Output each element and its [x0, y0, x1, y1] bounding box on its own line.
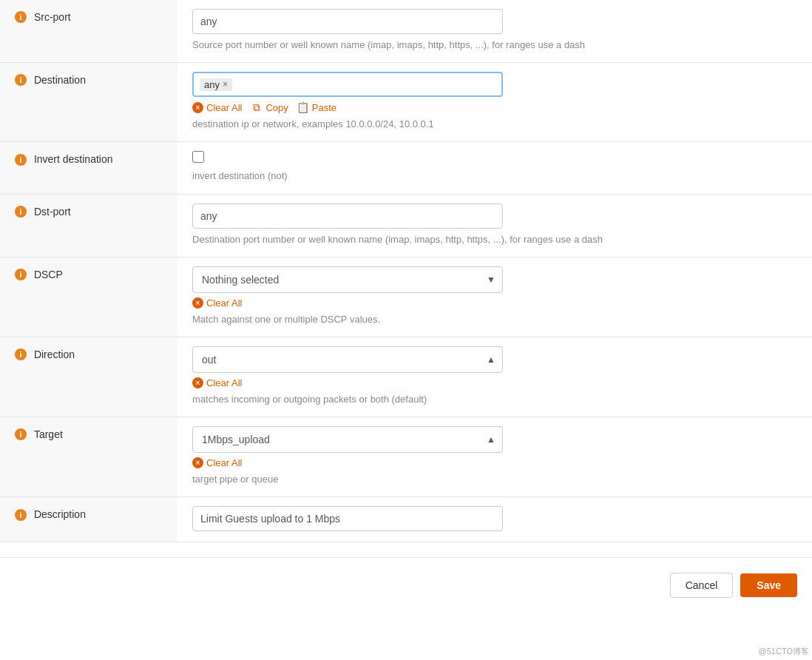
- dscp-content-cell: Nothing selected × Clear All Match again…: [177, 257, 812, 337]
- src-port-info-icon: i: [15, 11, 27, 23]
- target-row: i Target 1Mbps_upload × Clear All target…: [0, 417, 812, 497]
- invert-destination-label: Invert destination: [34, 154, 113, 166]
- direction-content-cell: out in both × Clear All matches incoming…: [177, 337, 812, 417]
- direction-actions: × Clear All: [192, 377, 797, 388]
- destination-tag-input[interactable]: any ×: [192, 72, 503, 97]
- description-content-cell: [177, 497, 812, 542]
- watermark: @51CTO博客: [759, 646, 809, 657]
- destination-copy-link[interactable]: ⧉ Copy: [251, 101, 288, 113]
- dst-port-info-icon: i: [15, 206, 27, 218]
- target-clear-all-link[interactable]: × Clear All: [192, 457, 242, 468]
- dscp-help: Match against one or multiple DSCP value…: [192, 313, 797, 326]
- direction-info-icon: i: [15, 348, 27, 360]
- description-label-cell: i Description: [0, 497, 177, 542]
- destination-row: i Destination any × × Clear All ⧉: [0, 63, 812, 142]
- dscp-actions: × Clear All: [192, 297, 797, 309]
- target-select[interactable]: 1Mbps_upload: [192, 426, 503, 453]
- destination-info-icon: i: [15, 74, 27, 86]
- target-help: target pipe or queue: [192, 473, 797, 486]
- destination-tag-value: any: [204, 79, 220, 90]
- dst-port-input[interactable]: [192, 203, 503, 229]
- target-label: Target: [34, 428, 63, 440]
- destination-actions: × Clear All ⧉ Copy 📋 Paste: [192, 101, 797, 113]
- direction-clear-all-link[interactable]: × Clear All: [192, 377, 242, 388]
- invert-destination-checkbox[interactable]: [192, 151, 204, 163]
- invert-destination-info-icon: i: [15, 154, 27, 166]
- src-port-content-cell: Source port number or well known name (i…: [177, 0, 812, 63]
- direction-select-container: out in both: [192, 346, 503, 373]
- dscp-select-container: Nothing selected: [192, 266, 503, 293]
- invert-destination-help: invert destination (not): [192, 169, 797, 183]
- dst-port-help: Destination port number or well known na…: [192, 233, 797, 246]
- target-clear-all-icon: ×: [192, 457, 203, 468]
- destination-clear-all-icon: ×: [192, 102, 203, 113]
- direction-help: matches incoming or outgoing packets or …: [192, 393, 797, 406]
- destination-content-cell: any × × Clear All ⧉ Copy 📋 Past: [177, 63, 812, 142]
- target-content-cell: 1Mbps_upload × Clear All target pipe or …: [177, 417, 812, 497]
- description-info-icon: i: [15, 509, 27, 521]
- form-table: i Src-port Source port number or well kn…: [0, 0, 812, 542]
- direction-clear-all-label: Clear All: [206, 377, 242, 388]
- dscp-label-cell: i DSCP: [0, 257, 177, 337]
- dscp-clear-all-link[interactable]: × Clear All: [192, 297, 242, 309]
- destination-label: Destination: [34, 74, 86, 86]
- dst-port-row: i Dst-port Destination port number or we…: [0, 194, 812, 257]
- src-port-label: Src-port: [34, 11, 71, 23]
- src-port-help: Source port number or well known name (i…: [192, 38, 797, 52]
- footer: Cancel Save: [0, 557, 812, 613]
- invert-destination-content-cell: invert destination (not): [177, 142, 812, 194]
- src-port-input[interactable]: [192, 9, 503, 34]
- cancel-button[interactable]: Cancel: [670, 573, 734, 598]
- direction-select[interactable]: out in both: [192, 346, 503, 373]
- destination-tag-any: any ×: [200, 78, 232, 91]
- target-info-icon: i: [15, 428, 27, 440]
- direction-row: i Direction out in both × Clear All: [0, 337, 812, 417]
- description-row: i Description: [0, 497, 812, 542]
- destination-paste-label: Paste: [312, 102, 336, 113]
- destination-paste-icon: 📋: [297, 101, 309, 113]
- destination-copy-label: Copy: [265, 102, 288, 113]
- save-button[interactable]: Save: [740, 573, 797, 597]
- dscp-info-icon: i: [15, 269, 27, 280]
- direction-clear-all-icon: ×: [192, 377, 203, 388]
- destination-help: destination ip or network, examples 10.0…: [192, 118, 797, 131]
- form-container: i Src-port Source port number or well kn…: [0, 0, 812, 660]
- destination-clear-all-link[interactable]: × Clear All: [192, 102, 242, 113]
- dst-port-label-cell: i Dst-port: [0, 194, 177, 257]
- target-clear-all-label: Clear All: [206, 457, 242, 468]
- destination-clear-all-label: Clear All: [206, 102, 242, 113]
- destination-copy-icon: ⧉: [251, 101, 263, 113]
- dscp-row: i DSCP Nothing selected × Clear All Matc…: [0, 257, 812, 337]
- target-label-cell: i Target: [0, 417, 177, 497]
- target-actions: × Clear All: [192, 457, 797, 468]
- destination-label-cell: i Destination: [0, 63, 177, 142]
- dscp-clear-all-label: Clear All: [206, 297, 242, 309]
- invert-destination-row: i Invert destination invert destination …: [0, 142, 812, 194]
- dscp-clear-all-icon: ×: [192, 297, 203, 309]
- direction-label: Direction: [34, 348, 75, 360]
- src-port-row: i Src-port Source port number or well kn…: [0, 0, 812, 63]
- dscp-select[interactable]: Nothing selected: [192, 266, 503, 293]
- direction-label-cell: i Direction: [0, 337, 177, 417]
- src-port-label-cell: i Src-port: [0, 0, 177, 63]
- invert-destination-label-cell: i Invert destination: [0, 142, 177, 194]
- destination-tag-remove[interactable]: ×: [223, 80, 228, 89]
- dst-port-label: Dst-port: [34, 206, 71, 218]
- dst-port-content-cell: Destination port number or well known na…: [177, 194, 812, 257]
- destination-paste-link[interactable]: 📋 Paste: [297, 101, 336, 113]
- target-select-container: 1Mbps_upload: [192, 426, 503, 453]
- dscp-label: DSCP: [34, 269, 63, 280]
- description-input[interactable]: [192, 506, 503, 531]
- description-label: Description: [34, 509, 86, 521]
